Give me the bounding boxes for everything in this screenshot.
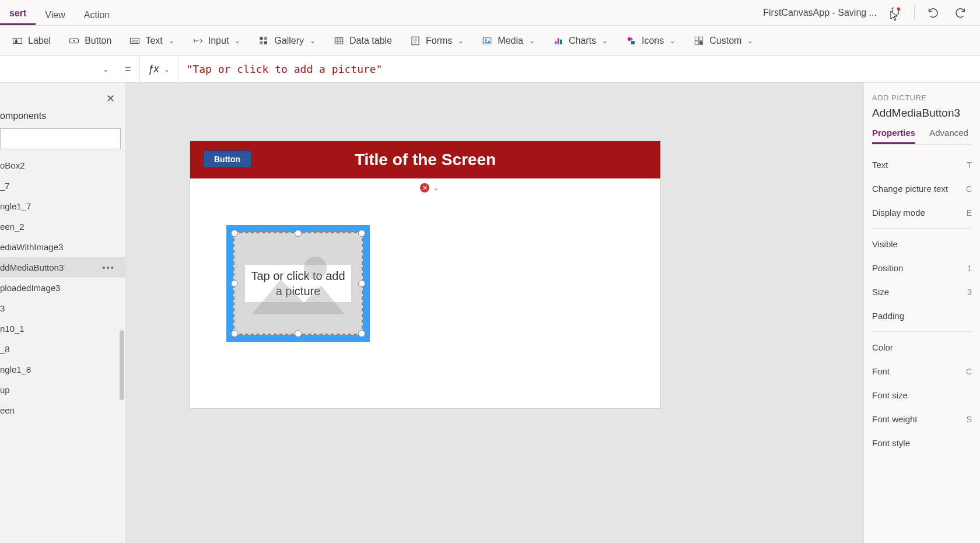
insert-ribbon: Label Button Abc Text ⌄ Input ⌄ Gallery …	[0, 26, 980, 56]
chevron-down-icon: ⌄	[602, 37, 608, 45]
tab-action[interactable]: Action	[75, 4, 119, 25]
prop-row-padding[interactable]: Padding	[872, 304, 972, 328]
svg-rect-8	[260, 41, 263, 44]
prop-row-text[interactable]: TextT	[872, 153, 972, 177]
chevron-down-icon: ⌄	[433, 184, 439, 192]
health-icon[interactable]	[887, 5, 904, 21]
tree-item[interactable]: _7	[0, 176, 125, 196]
property-dropdown[interactable]: ⌄	[0, 59, 117, 79]
screen-preview[interactable]: Button Title of the Screen ✕ ⌄ Tap or cl…	[190, 141, 660, 408]
tree-list: oBox2 _7 ngle1_7 een_2 ediaWithImage3 dd…	[0, 155, 125, 543]
media-icon	[481, 35, 493, 47]
more-icon[interactable]: •••	[102, 262, 115, 272]
control-name[interactable]: AddMediaButton3	[872, 107, 972, 120]
prop-row-fontsize[interactable]: Font size	[872, 383, 972, 407]
scrollbar-thumb[interactable]	[120, 330, 124, 400]
tree-item[interactable]: oBox2	[0, 155, 125, 176]
ribbon-media[interactable]: Media ⌄	[481, 35, 535, 47]
media-inner[interactable]: Tap or click to add a picture	[233, 232, 363, 335]
resize-handle[interactable]	[231, 280, 238, 287]
ribbon-input[interactable]: Input ⌄	[192, 35, 241, 47]
ribbon-custom[interactable]: Custom ⌄	[693, 35, 753, 47]
tree-item-selected[interactable]: ddMediaButton3 •••	[0, 257, 125, 278]
fx-icon: ƒx	[148, 63, 159, 75]
tab-advanced[interactable]: Advanced	[929, 128, 968, 144]
undo-icon[interactable]	[925, 5, 942, 21]
tree-item[interactable]: ngle1_7	[0, 196, 125, 216]
tab-view[interactable]: View	[36, 4, 74, 25]
ribbon-gallery[interactable]: Gallery ⌄	[258, 35, 316, 47]
tab-properties[interactable]: Properties	[872, 128, 915, 144]
ribbon-label[interactable]: Label	[12, 35, 51, 47]
prop-value: 1	[967, 264, 972, 273]
canvas[interactable]: Button Title of the Screen ✕ ⌄ Tap or cl…	[126, 83, 863, 543]
ribbon-button[interactable]: Button	[68, 35, 111, 47]
resize-handle[interactable]	[231, 330, 238, 337]
chevron-down-icon: ⌄	[670, 37, 676, 45]
ribbon-forms[interactable]: Forms ⌄	[410, 35, 464, 47]
header-button[interactable]: Button	[203, 150, 251, 168]
prop-row-size[interactable]: Size3	[872, 280, 972, 304]
prop-row-visible[interactable]: Visible	[872, 232, 972, 256]
prop-row-position[interactable]: Position1	[872, 256, 972, 280]
chevron-down-icon: ⌄	[164, 65, 170, 73]
chevron-down-icon: ⌄	[529, 37, 535, 45]
prop-row-font[interactable]: FontC	[872, 359, 972, 383]
svg-text:Abc: Abc	[132, 39, 139, 43]
prop-row-fontstyle[interactable]: Font style	[872, 431, 972, 455]
main-area: ✕ omponents oBox2 _7 ngle1_7 een_2 ediaW…	[0, 83, 980, 543]
svg-rect-7	[264, 37, 267, 40]
tree-item[interactable]: _8	[0, 339, 125, 359]
tree-item[interactable]: ediaWithImage3	[0, 237, 125, 257]
tab-insert[interactable]: sert	[0, 2, 36, 25]
ribbon-charts[interactable]: Charts ⌄	[552, 35, 608, 47]
tree-item[interactable]: een	[0, 400, 125, 421]
image-placeholder-icon	[240, 239, 356, 331]
prop-row-fontweight[interactable]: Font weightS	[872, 407, 972, 431]
tree-item[interactable]: ngle1_8	[0, 359, 125, 380]
resize-handle[interactable]	[358, 280, 365, 287]
tree-search-input[interactable]	[0, 128, 121, 149]
svg-point-13	[485, 39, 487, 41]
label-icon	[12, 35, 23, 47]
resize-handle[interactable]	[358, 230, 365, 237]
app-title: FirstCanvasApp - Saving ...	[763, 8, 877, 18]
resize-handle[interactable]	[358, 330, 365, 337]
tree-item[interactable]: ploadedImage3	[0, 278, 125, 298]
resize-handle[interactable]	[231, 230, 238, 237]
ribbon-gallery-text: Gallery	[274, 36, 304, 46]
error-indicator[interactable]: ✕ ⌄	[420, 183, 439, 192]
svg-rect-1	[13, 38, 22, 43]
custom-icon	[693, 35, 705, 47]
prop-row-displaymode[interactable]: Display modeE	[872, 201, 972, 225]
add-media-control[interactable]: Tap or click to add a picture	[226, 225, 370, 342]
ribbon-text[interactable]: Abc Text ⌄	[129, 35, 174, 47]
close-icon[interactable]: ✕	[106, 92, 115, 105]
prop-label: Color	[872, 342, 893, 352]
prop-value: 3	[967, 288, 972, 297]
tree-item[interactable]: 3	[0, 298, 125, 318]
divider	[914, 6, 915, 20]
prop-label: Text	[872, 160, 888, 170]
svg-point-3	[74, 40, 75, 41]
chevron-down-icon: ⌄	[458, 37, 464, 45]
prop-value: T	[967, 160, 972, 170]
prop-row-changepic[interactable]: Change picture textC	[872, 177, 972, 201]
tree-item-label: ddMediaButton3	[0, 262, 64, 272]
error-icon: ✕	[420, 183, 429, 192]
ribbon-icons[interactable]: Icons ⌄	[625, 35, 676, 47]
prop-row-color[interactable]: Color	[872, 335, 972, 359]
prop-label: Font weight	[872, 414, 918, 424]
redo-icon[interactable]	[952, 5, 968, 21]
fx-button[interactable]: ƒx ⌄	[139, 56, 178, 82]
resize-handle[interactable]	[295, 330, 302, 337]
ribbon-datatable[interactable]: Data table	[333, 35, 392, 47]
control-category: ADD PICTURE	[872, 93, 972, 102]
resize-handle[interactable]	[295, 230, 302, 237]
formula-input[interactable]	[178, 56, 980, 82]
tree-item[interactable]: een_2	[0, 216, 125, 237]
equals-sign: =	[117, 63, 139, 75]
ribbon-button-text: Button	[85, 36, 111, 46]
tree-item[interactable]: n10_1	[0, 318, 125, 339]
tree-item[interactable]: up	[0, 380, 125, 400]
